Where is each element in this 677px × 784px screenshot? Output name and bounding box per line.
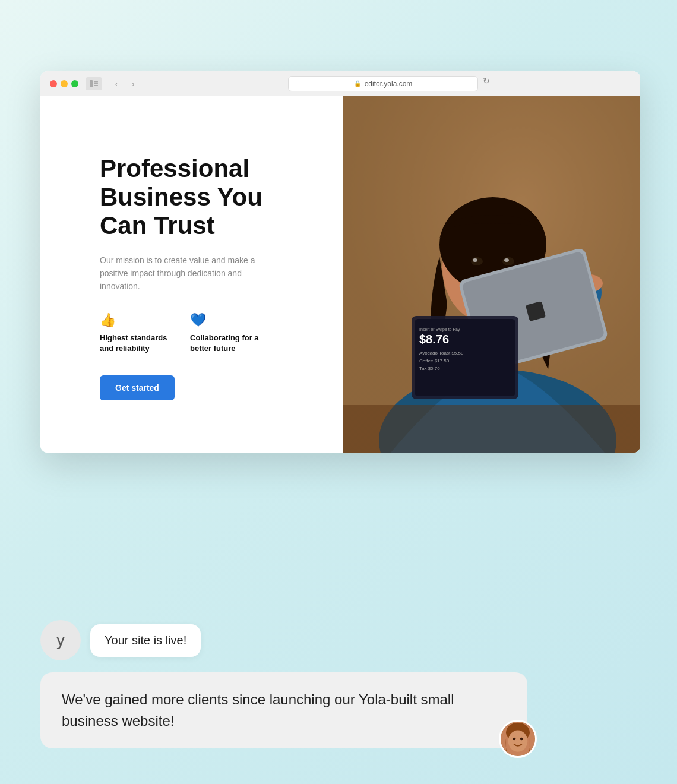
svg-rect-3 [94,85,98,86]
svg-text:Tax                  $0.76: Tax $0.76 [419,366,440,371]
svg-rect-27 [343,405,640,453]
browser-chrome: ‹ › 🔒 editor.yola.com ↻ [40,71,640,96]
svg-text:$8.76: $8.76 [419,333,449,346]
svg-point-30 [508,731,528,752]
hero-background: Insert or Swipe to Pay $8.76 Avocado Toa… [343,96,640,453]
testimonial-bubble: We've gained more clients since launchin… [40,672,527,748]
minimize-button[interactable] [61,80,68,87]
yola-initial: y [56,631,65,650]
lock-icon: 🔒 [354,80,361,87]
testimonial-container: We've gained more clients since launchin… [40,672,527,748]
svg-point-14 [504,258,509,262]
right-image-panel: Insert or Swipe to Pay $8.76 Avocado Toa… [343,96,640,453]
svg-point-12 [502,257,514,265]
bottom-chat-section: y Your site is live! We've gained more c… [40,620,640,748]
feature-2-label: Collaborating for a better future [190,333,261,354]
svg-rect-2 [94,83,98,84]
address-bar-container: 🔒 editor.yola.com ↻ [147,76,631,91]
user-avatar [499,720,537,758]
maximize-button[interactable] [71,80,78,87]
svg-text:Insert or Swipe to Pay: Insert or Swipe to Pay [419,327,460,332]
reload-button[interactable]: ↻ [483,76,490,91]
svg-point-31 [513,738,515,741]
feature-item-1: 👍 Highest standards and reliability [100,312,171,354]
get-started-button[interactable]: Get started [100,375,175,400]
testimonial-text: We've gained more clients since launchin… [62,691,454,729]
hero-subtitle: Our mission is to create value and make … [100,254,266,293]
hero-title: Professional Business You Can Trust [100,154,314,241]
site-live-bubble: Your site is live! [90,624,201,657]
address-bar[interactable]: 🔒 editor.yola.com [288,76,478,91]
hero-illustration: Insert or Swipe to Pay $8.76 Avocado Toa… [343,96,640,453]
svg-rect-1 [94,81,98,83]
feature-1-label: Highest standards and reliability [100,333,171,354]
heart-icon: 💙 [190,312,261,328]
svg-rect-0 [90,80,93,87]
yola-avatar: y [40,620,81,660]
feature-item-2: 💙 Collaborating for a better future [190,312,261,354]
svg-point-11 [471,257,483,265]
svg-point-13 [473,258,477,262]
svg-text:Coffee              $17.50: Coffee $17.50 [419,358,450,363]
thumbs-up-icon: 👍 [100,312,171,328]
sidebar-toggle-button[interactable] [86,77,102,90]
user-avatar-image [501,720,535,758]
left-panel: Professional Business You Can Trust Our … [40,96,343,453]
svg-text:Avocado Toast    $5.50: Avocado Toast $5.50 [419,350,464,356]
yola-notification: y Your site is live! [40,620,640,660]
close-button[interactable] [50,80,57,87]
forward-button[interactable]: › [126,77,140,90]
nav-buttons: ‹ › [109,77,140,90]
back-button[interactable]: ‹ [109,77,124,90]
svg-point-32 [520,738,523,741]
website-content: Professional Business You Can Trust Our … [40,96,640,453]
traffic-lights [50,80,78,87]
browser-window: ‹ › 🔒 editor.yola.com ↻ Professional Bus… [40,71,640,453]
features-row: 👍 Highest standards and reliability 💙 Co… [100,312,314,354]
url-text: editor.yola.com [365,80,413,88]
